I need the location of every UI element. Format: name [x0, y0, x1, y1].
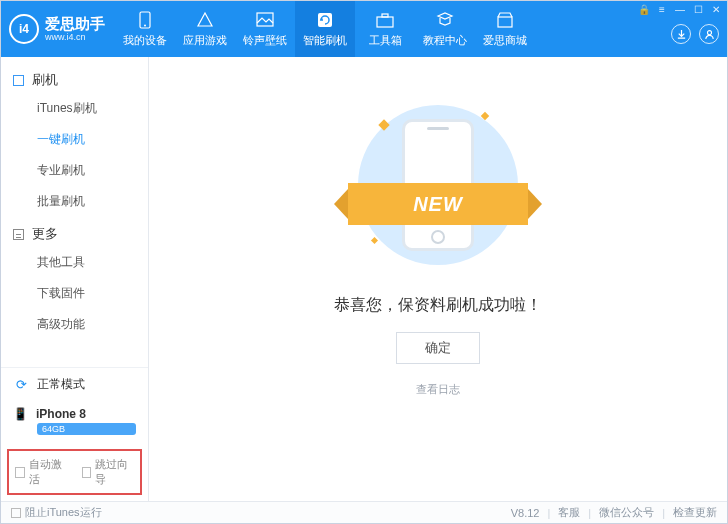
new-ribbon: NEW [348, 183, 528, 225]
checkbox-icon [82, 467, 92, 478]
logo: i4 爱思助手 www.i4.cn [1, 1, 115, 57]
spark-icon [378, 119, 389, 130]
spark-icon [371, 237, 378, 244]
view-log-link[interactable]: 查看日志 [416, 382, 460, 397]
status-bar: 阻止iTunes运行 V8.12 | 客服 | 微信公众号 | 检查更新 [1, 501, 727, 523]
success-message: 恭喜您，保资料刷机成功啦！ [334, 295, 542, 316]
app-window: 🔒 ≡ — ☐ ✕ i4 爱思助手 www.i4.cn 我的设备 应用游戏 [0, 0, 728, 524]
block-itunes-checkbox[interactable]: 阻止iTunes运行 [11, 505, 102, 520]
tab-label: 爱思商城 [483, 33, 527, 48]
tab-label: 教程中心 [423, 33, 467, 48]
flash-icon [316, 11, 334, 29]
group-title: 刷机 [32, 71, 58, 89]
device-row[interactable]: 📱 iPhone 8 64GB [1, 401, 148, 445]
wechat-link[interactable]: 微信公众号 [599, 505, 654, 520]
sidebar-item-itunes-flash[interactable]: iTunes刷机 [1, 93, 148, 124]
support-link[interactable]: 客服 [558, 505, 580, 520]
user-button[interactable] [699, 24, 719, 44]
checkbox-label: 自动激活 [29, 457, 68, 487]
checkbox-label: 阻止iTunes运行 [25, 505, 102, 520]
logo-mark: i4 [9, 14, 39, 44]
sidebar-item-advanced[interactable]: 高级功能 [1, 309, 148, 340]
mode-row[interactable]: ⟳ 正常模式 [1, 368, 148, 401]
flash-group-icon [13, 75, 24, 86]
maximize-icon[interactable]: ☐ [692, 3, 704, 15]
svg-rect-5 [382, 14, 388, 17]
sidebar-group-more[interactable]: 更多 [1, 217, 148, 247]
download-button[interactable] [671, 24, 691, 44]
close-icon[interactable]: ✕ [710, 3, 722, 15]
checkbox-icon [11, 508, 21, 518]
sidebar-group-flash[interactable]: 刷机 [1, 63, 148, 93]
apps-icon [196, 11, 214, 29]
tab-label: 智能刷机 [303, 33, 347, 48]
top-tabs: 我的设备 应用游戏 铃声壁纸 智能刷机 工具箱 教程中心 [115, 1, 671, 57]
sidebar: 刷机 iTunes刷机 一键刷机 专业刷机 批量刷机 更多 其他工具 下载固件 … [1, 57, 149, 501]
header: 🔒 ≡ — ☐ ✕ i4 爱思助手 www.i4.cn 我的设备 应用游戏 [1, 1, 727, 57]
storage-badge: 64GB [37, 423, 136, 435]
svg-point-1 [144, 24, 146, 26]
skip-guide-checkbox[interactable]: 跳过向导 [82, 457, 135, 487]
app-subtitle: www.i4.cn [45, 33, 105, 42]
tab-store[interactable]: 爱思商城 [475, 1, 535, 57]
sidebar-item-batch-flash[interactable]: 批量刷机 [1, 186, 148, 217]
sidebar-item-oneclick-flash[interactable]: 一键刷机 [1, 124, 148, 155]
store-icon [496, 11, 514, 29]
main-panel: NEW 恭喜您，保资料刷机成功啦！ 确定 查看日志 [149, 57, 727, 501]
tutorial-icon [436, 11, 454, 29]
phone-icon: 📱 [13, 407, 28, 421]
tab-label: 工具箱 [369, 33, 402, 48]
tab-label: 铃声壁纸 [243, 33, 287, 48]
menu-icon[interactable]: ≡ [656, 3, 668, 15]
more-group-icon [13, 229, 24, 240]
tab-ringtones[interactable]: 铃声壁纸 [235, 1, 295, 57]
tab-label: 应用游戏 [183, 33, 227, 48]
sidebar-item-pro-flash[interactable]: 专业刷机 [1, 155, 148, 186]
tab-apps[interactable]: 应用游戏 [175, 1, 235, 57]
body: 刷机 iTunes刷机 一键刷机 专业刷机 批量刷机 更多 其他工具 下载固件 … [1, 57, 727, 501]
auto-activate-checkbox[interactable]: 自动激活 [15, 457, 68, 487]
tab-toolbox[interactable]: 工具箱 [355, 1, 415, 57]
tab-tutorials[interactable]: 教程中心 [415, 1, 475, 57]
svg-point-7 [707, 30, 711, 34]
check-update-link[interactable]: 检查更新 [673, 505, 717, 520]
ok-button[interactable]: 确定 [396, 332, 480, 364]
tab-my-device[interactable]: 我的设备 [115, 1, 175, 57]
svg-rect-3 [318, 13, 332, 27]
header-right [671, 11, 727, 57]
wallpaper-icon [256, 11, 274, 29]
svg-rect-6 [498, 17, 512, 27]
device-icon [136, 11, 154, 29]
tab-label: 我的设备 [123, 33, 167, 48]
app-title: 爱思助手 [45, 16, 105, 31]
sidebar-item-other-tools[interactable]: 其他工具 [1, 247, 148, 278]
sidebar-bottom: ⟳ 正常模式 📱 iPhone 8 64GB 自动激活 [1, 367, 148, 501]
version-label: V8.12 [511, 507, 540, 519]
svg-rect-4 [377, 17, 393, 27]
window-controls: 🔒 ≡ — ☐ ✕ [638, 3, 722, 15]
checkbox-label: 跳过向导 [95, 457, 134, 487]
group-title: 更多 [32, 225, 58, 243]
success-illustration: NEW [338, 105, 538, 265]
minimize-icon[interactable]: — [674, 3, 686, 15]
mode-label: 正常模式 [37, 376, 85, 393]
toolbox-icon [376, 11, 394, 29]
device-name: iPhone 8 [36, 407, 86, 421]
lock-icon[interactable]: 🔒 [638, 3, 650, 15]
svg-rect-2 [257, 13, 273, 26]
refresh-icon: ⟳ [13, 377, 29, 393]
checkbox-icon [15, 467, 25, 478]
spark-icon [481, 112, 489, 120]
sidebar-item-download-fw[interactable]: 下载固件 [1, 278, 148, 309]
tab-flash[interactable]: 智能刷机 [295, 1, 355, 57]
options-highlight: 自动激活 跳过向导 [7, 449, 142, 495]
